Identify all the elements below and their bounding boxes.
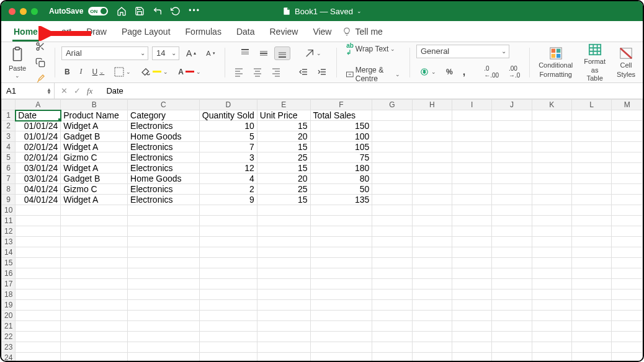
cell[interactable]: [412, 131, 452, 142]
cell[interactable]: [372, 152, 412, 163]
cell[interactable]: [452, 300, 492, 311]
cell[interactable]: [257, 311, 310, 321]
tab-insert[interactable]: ert: [45, 27, 79, 42]
cell[interactable]: [532, 342, 571, 353]
cell[interactable]: [310, 216, 372, 226]
cell[interactable]: [572, 131, 612, 142]
cell[interactable]: [412, 247, 452, 258]
col-header[interactable]: F: [310, 100, 372, 110]
tab-review[interactable]: Review: [262, 27, 305, 42]
cell[interactable]: Widget A: [61, 163, 128, 174]
cell[interactable]: [412, 342, 452, 353]
cell[interactable]: Home Goods: [128, 174, 200, 184]
cell[interactable]: [128, 247, 200, 258]
cell[interactable]: [61, 332, 128, 342]
cell[interactable]: [372, 216, 412, 226]
minimize-window-icon[interactable]: [20, 8, 27, 15]
col-header[interactable]: K: [532, 100, 571, 110]
cell[interactable]: [310, 205, 372, 216]
cell[interactable]: [452, 268, 492, 279]
cell[interactable]: 50: [310, 184, 372, 195]
cell[interactable]: [572, 300, 612, 311]
cell[interactable]: [612, 216, 643, 226]
col-header[interactable]: A: [16, 100, 61, 110]
cell[interactable]: [16, 311, 61, 321]
cell[interactable]: 4: [199, 174, 257, 184]
cell[interactable]: [412, 205, 452, 216]
enter-formula-icon[interactable]: ✓: [74, 86, 81, 95]
cell[interactable]: 100: [310, 131, 372, 142]
row-header[interactable]: 13: [2, 237, 16, 247]
cell[interactable]: [61, 226, 128, 237]
cell[interactable]: 150: [310, 121, 372, 131]
cell[interactable]: [612, 184, 643, 195]
cell[interactable]: Widget A: [61, 195, 128, 205]
cell[interactable]: [372, 332, 412, 342]
cell[interactable]: [492, 342, 532, 353]
cell[interactable]: [612, 353, 643, 363]
cell[interactable]: Gadget B: [61, 131, 128, 142]
cell[interactable]: [128, 268, 200, 279]
cell[interactable]: [372, 131, 412, 142]
cell[interactable]: [612, 289, 643, 300]
tell-me-search[interactable]: Tell me: [342, 27, 382, 42]
cell[interactable]: [257, 247, 310, 258]
cell[interactable]: 180: [310, 163, 372, 174]
cell[interactable]: [372, 342, 412, 353]
save-icon[interactable]: [135, 6, 145, 16]
increase-font-button[interactable]: A▴: [183, 46, 199, 60]
cell[interactable]: Gizmo C: [61, 152, 128, 163]
font-name-dropdown[interactable]: Arial⌄: [61, 46, 148, 60]
cell[interactable]: [572, 321, 612, 332]
increase-decimal-button[interactable]: .0←.00: [481, 63, 502, 81]
cell[interactable]: [412, 152, 452, 163]
cell[interactable]: [532, 121, 571, 131]
cell[interactable]: Electronics: [128, 195, 200, 205]
cell[interactable]: [532, 152, 571, 163]
cell[interactable]: [412, 268, 452, 279]
cell[interactable]: [199, 353, 257, 363]
undo-icon[interactable]: [153, 6, 163, 16]
cell[interactable]: [16, 321, 61, 332]
cell[interactable]: [372, 279, 412, 289]
align-right-button[interactable]: [268, 65, 284, 79]
cell[interactable]: [532, 205, 571, 216]
cell[interactable]: [199, 289, 257, 300]
cell[interactable]: [257, 321, 310, 332]
cell[interactable]: [412, 289, 452, 300]
cell[interactable]: [612, 321, 643, 332]
cell[interactable]: [452, 131, 492, 142]
cell[interactable]: [612, 174, 643, 184]
cell[interactable]: [452, 174, 492, 184]
row-header[interactable]: 4: [2, 142, 16, 152]
cell[interactable]: 2: [199, 184, 257, 195]
cell[interactable]: [128, 205, 200, 216]
cell[interactable]: [412, 226, 452, 237]
cancel-formula-icon[interactable]: ✕: [61, 86, 68, 95]
cell[interactable]: [199, 226, 257, 237]
cell[interactable]: [452, 258, 492, 268]
col-header[interactable]: J: [492, 100, 532, 110]
cell[interactable]: [257, 353, 310, 363]
row-header[interactable]: 19: [2, 300, 16, 311]
cell[interactable]: [532, 258, 571, 268]
cell[interactable]: [452, 216, 492, 226]
cell[interactable]: [612, 195, 643, 205]
cell[interactable]: [452, 226, 492, 237]
cell[interactable]: [532, 237, 571, 247]
cell[interactable]: [16, 332, 61, 342]
col-header[interactable]: H: [412, 100, 452, 110]
cell[interactable]: [199, 311, 257, 321]
cell[interactable]: [492, 321, 532, 332]
cell[interactable]: [612, 131, 643, 142]
cell[interactable]: Gizmo C: [61, 184, 128, 195]
cell[interactable]: [372, 142, 412, 152]
row-header[interactable]: 3: [2, 131, 16, 142]
cell[interactable]: [310, 353, 372, 363]
row-header[interactable]: 9: [2, 195, 16, 205]
cell[interactable]: [572, 152, 612, 163]
cell[interactable]: [257, 226, 310, 237]
cell[interactable]: Electronics: [128, 142, 200, 152]
cell[interactable]: [16, 247, 61, 258]
cell[interactable]: [532, 195, 571, 205]
